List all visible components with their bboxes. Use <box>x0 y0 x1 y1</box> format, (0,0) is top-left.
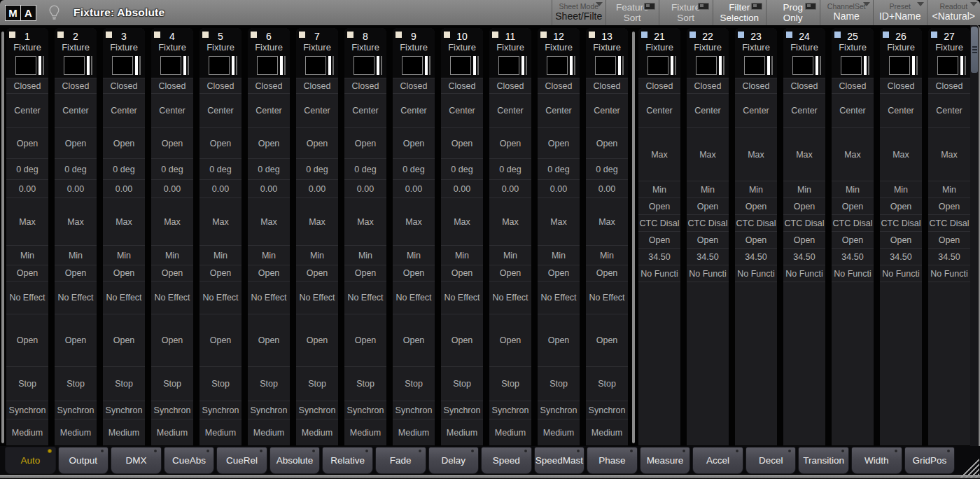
attribute-cell[interactable]: Open <box>687 197 729 214</box>
attribute-cell[interactable]: Stop <box>296 366 338 401</box>
attribute-cell[interactable]: Open <box>200 265 241 281</box>
fixture-header-21[interactable]: 21Fixture <box>638 28 680 78</box>
attribute-cell[interactable]: 34.50 <box>880 248 922 265</box>
attribute-cell[interactable]: Synchron <box>441 401 483 419</box>
attribute-cell[interactable]: Center <box>6 93 48 127</box>
attribute-cell[interactable]: Open <box>638 231 680 248</box>
attribute-cell[interactable]: No Effect <box>200 281 241 314</box>
attribute-cell[interactable]: Center <box>151 93 193 127</box>
fixture-header-27[interactable]: 27Fixture <box>928 28 970 78</box>
tab-gridpos[interactable]: GridPos <box>904 447 955 474</box>
attribute-cell[interactable]: Max <box>6 197 48 245</box>
attribute-cell[interactable]: 0.00 <box>55 179 97 197</box>
tab-absolute[interactable]: Absolute <box>270 447 321 474</box>
fixture-header-7[interactable]: 7Fixture <box>296 28 338 78</box>
toggle-fixture-sort-button[interactable]: FixtureSort <box>659 0 713 25</box>
attribute-cell[interactable]: Closed <box>151 78 193 93</box>
attribute-cell[interactable]: Open <box>783 231 825 248</box>
attribute-cell[interactable]: No Functi <box>687 265 729 282</box>
attribute-cell[interactable]: Closed <box>586 78 628 93</box>
attribute-cell[interactable]: Closed <box>200 78 241 93</box>
fixture-header-4[interactable]: 4Fixture <box>151 28 193 78</box>
toggle-feature-sort-button[interactable]: FeatureSort <box>606 0 659 25</box>
attribute-cell[interactable]: Center <box>489 93 531 127</box>
attribute-cell[interactable]: Max <box>151 197 193 245</box>
attribute-cell[interactable]: No Effect <box>586 281 628 314</box>
attribute-cell[interactable]: Stop <box>6 366 48 401</box>
attribute-cell[interactable]: Stop <box>200 366 241 401</box>
attribute-cell[interactable]: 34.50 <box>638 248 680 265</box>
attribute-cell[interactable]: Medium <box>441 419 483 445</box>
attribute-cell[interactable]: Center <box>393 93 435 127</box>
attribute-cell[interactable]: Synchron <box>538 401 580 419</box>
attribute-cell[interactable]: Stop <box>393 366 435 401</box>
attribute-cell[interactable]: Min <box>687 181 729 197</box>
attribute-cell[interactable]: Open <box>55 265 97 281</box>
attribute-cell[interactable]: No Effect <box>538 281 580 314</box>
attribute-cell[interactable]: Min <box>6 245 48 265</box>
attribute-cell[interactable]: Max <box>880 127 922 181</box>
attribute-cell[interactable]: Min <box>832 181 874 197</box>
attribute-cell[interactable]: No Functi <box>880 265 922 282</box>
attribute-cell[interactable]: 0.00 <box>441 179 483 197</box>
attribute-cell[interactable]: Closed <box>55 78 97 93</box>
attribute-cell[interactable]: 0 deg <box>248 158 290 179</box>
tab-measure[interactable]: Measure <box>640 447 691 474</box>
attribute-cell[interactable]: Closed <box>638 78 680 93</box>
attribute-cell[interactable]: 0 deg <box>393 158 435 179</box>
attribute-cell[interactable]: Medium <box>296 419 338 445</box>
attribute-cell[interactable]: Stop <box>489 366 531 401</box>
attribute-cell[interactable]: 0.00 <box>6 179 48 197</box>
fixture-header-22[interactable]: 22Fixture <box>687 28 729 78</box>
attribute-cell[interactable]: 0.00 <box>200 179 241 197</box>
attribute-cell[interactable]: No Effect <box>103 281 145 314</box>
toggle-filter-selection-button[interactable]: FilterSelection <box>713 0 766 25</box>
attribute-cell[interactable]: 0 deg <box>296 158 338 179</box>
attribute-cell[interactable]: Closed <box>735 78 777 93</box>
attribute-cell[interactable]: Open <box>6 314 48 366</box>
tab-relative[interactable]: Relative <box>322 447 373 474</box>
attribute-cell[interactable]: Medium <box>103 419 145 445</box>
attribute-cell[interactable]: 0.00 <box>538 179 580 197</box>
attribute-cell[interactable]: No Effect <box>393 281 435 314</box>
pane-splitter[interactable] <box>632 32 635 443</box>
attribute-cell[interactable]: Min <box>393 245 435 265</box>
attribute-cell[interactable]: 0 deg <box>489 158 531 179</box>
attribute-cell[interactable]: Center <box>344 93 386 127</box>
attribute-cell[interactable]: Stop <box>151 366 193 401</box>
tab-output[interactable]: Output <box>58 447 109 474</box>
attribute-cell[interactable]: Center <box>586 93 628 127</box>
attribute-cell[interactable]: Max <box>296 197 338 245</box>
attribute-cell[interactable]: Open <box>296 314 338 366</box>
attribute-cell[interactable]: Stop <box>55 366 97 401</box>
attribute-cell[interactable]: Open <box>735 197 777 214</box>
attribute-cell[interactable]: Center <box>638 93 680 127</box>
attribute-cell[interactable]: Min <box>735 181 777 197</box>
attribute-cell[interactable]: 0 deg <box>200 158 241 179</box>
attribute-cell[interactable]: Open <box>441 314 483 366</box>
attribute-cell[interactable]: Center <box>735 93 777 127</box>
attribute-cell[interactable]: Center <box>248 93 290 127</box>
attribute-cell[interactable]: 0 deg <box>151 158 193 179</box>
attribute-cell[interactable]: 0.00 <box>151 179 193 197</box>
left-scroll-strip[interactable] <box>1 32 4 443</box>
attribute-cell[interactable]: Open <box>489 265 531 281</box>
attribute-cell[interactable]: Open <box>296 265 338 281</box>
attribute-cell[interactable]: Open <box>880 197 922 214</box>
attribute-cell[interactable]: Medium <box>344 419 386 445</box>
attribute-cell[interactable]: Max <box>200 197 241 245</box>
attribute-cell[interactable]: Max <box>687 127 729 181</box>
fixture-header-6[interactable]: 6Fixture <box>248 28 290 78</box>
attribute-cell[interactable]: Synchron <box>151 401 193 419</box>
tab-cuerel[interactable]: CueRel <box>216 447 267 474</box>
attribute-cell[interactable]: Closed <box>928 78 970 93</box>
attribute-cell[interactable]: Open <box>832 231 874 248</box>
vertical-scrollbar[interactable] <box>970 25 980 446</box>
tab-phase[interactable]: Phase <box>587 447 638 474</box>
fixture-header-2[interactable]: 2Fixture <box>55 28 97 78</box>
attribute-cell[interactable]: Closed <box>296 78 338 93</box>
attribute-cell[interactable]: Closed <box>489 78 531 93</box>
attribute-cell[interactable]: Center <box>928 93 970 127</box>
attribute-cell[interactable]: Min <box>586 245 628 265</box>
select-readout-button[interactable]: Readout<Natural> <box>927 0 980 25</box>
